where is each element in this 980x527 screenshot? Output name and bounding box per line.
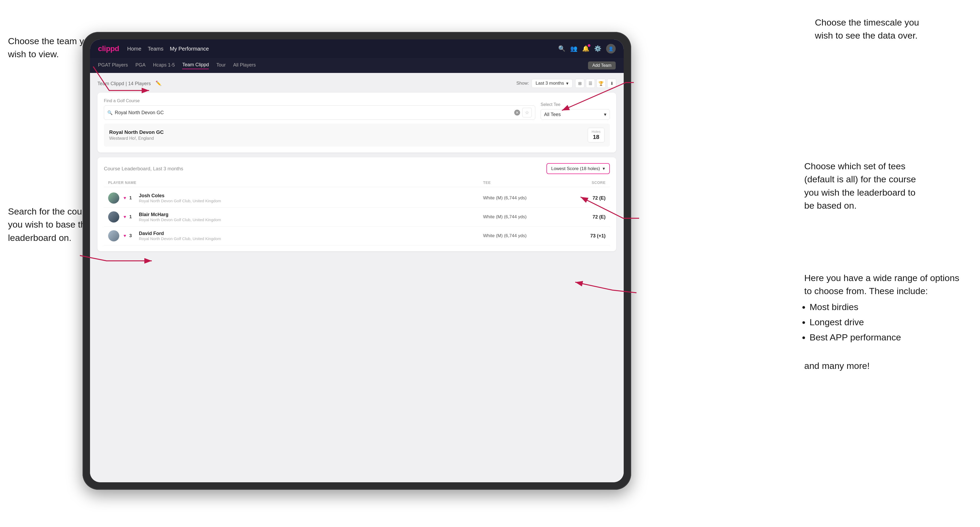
nav-home[interactable]: Home [127, 46, 141, 52]
score-2: 72 (E) [558, 214, 606, 220]
team-header: Team Clippd | 14 Players ✏️ Show: Last 3… [97, 79, 616, 88]
course-search-input[interactable] [115, 110, 512, 116]
player-info-2: Blair McHarg Royal North Devon Golf Club… [139, 212, 221, 222]
team-player-count: | 14 Players [126, 81, 151, 86]
player-heart-1: ♥ [124, 195, 126, 200]
course-result[interactable]: Royal North Devon GC Westward Ho!, Engla… [104, 124, 610, 147]
holes-label: Holes [592, 130, 600, 133]
download-icon[interactable]: ⬇ [607, 79, 616, 88]
annotation-bl-line3: leaderboard on. [8, 233, 72, 243]
player-name-3: David Ford [139, 231, 221, 237]
tee-3: White (M) (6,744 yds) [483, 233, 558, 238]
annotation-mr-line4: be based on. [804, 200, 857, 211]
tab-tour[interactable]: Tour [216, 62, 226, 69]
leaderboard-card: Course Leaderboard, Last 3 months Lowest… [97, 157, 616, 251]
player-info-1: Josh Coles Royal North Devon Golf Club, … [139, 193, 221, 203]
player-avatar-3 [108, 230, 119, 241]
search-row: Find a Golf Course 🔍 ✕ ☆ Select Tee All … [104, 98, 610, 120]
nav-teams[interactable]: Teams [148, 46, 164, 52]
view-icons: ⊞ ☰ 🏆 ⬇ [575, 79, 616, 88]
player-cell-1: ♥ 1 Josh Coles Royal North Devon Golf Cl… [108, 192, 483, 204]
score-type-dropdown[interactable]: Lowest Score (18 holes) ▾ [546, 163, 610, 174]
tab-team-clippd[interactable]: Team Clippd [182, 62, 209, 69]
tab-pga[interactable]: PGA [135, 62, 145, 69]
bullet-app: Best APP performance [810, 331, 964, 344]
player-cell-3: ♥ 3 David Ford Royal North Devon Golf Cl… [108, 230, 483, 241]
tee-value: All Tees [544, 112, 561, 117]
player-rank-2: 1 [129, 214, 136, 220]
show-label: Show: [516, 81, 529, 86]
avatar[interactable]: 👤 [606, 44, 616, 54]
tab-pgat[interactable]: PGAT Players [98, 62, 128, 69]
search-card: Find a Golf Course 🔍 ✕ ☆ Select Tee All … [97, 93, 616, 152]
time-period-dropdown[interactable]: Last 3 months ▾ [531, 79, 573, 88]
course-name: Royal North Devon GC [109, 129, 164, 135]
bell-icon[interactable]: 🔔 [582, 45, 589, 52]
main-content: Team Clippd | 14 Players ✏️ Show: Last 3… [90, 73, 624, 482]
search-icon[interactable]: 🔍 [558, 45, 565, 52]
annotation-top-left: Choose the team you wish to view. [8, 35, 94, 61]
bullet-drive: Longest drive [810, 316, 964, 329]
annotation-mr-line1: Choose which set of tees [804, 161, 905, 171]
people-icon[interactable]: 👥 [570, 45, 578, 52]
tee-dropdown[interactable]: All Tees ▾ [541, 109, 610, 120]
tablet-frame: clippd Home Teams My Performance 🔍 👥 🔔 ⚙… [83, 32, 631, 490]
table-row: ♥ 3 David Ford Royal North Devon Golf Cl… [104, 227, 610, 245]
tab-all-players[interactable]: All Players [233, 62, 256, 69]
score-1: 72 (E) [558, 195, 606, 201]
favourite-button[interactable]: ☆ [522, 108, 532, 117]
annotation-top-right: Choose the timescale you wish to see the… [815, 16, 964, 42]
search-magnify-icon: 🔍 [107, 110, 113, 115]
dropdown-chevron-icon: ▾ [566, 81, 568, 86]
player-heart-2: ♥ [124, 214, 126, 219]
holes-value: 18 [592, 133, 600, 141]
edit-icon[interactable]: ✏️ [156, 80, 161, 86]
lb-title-text: Course Leaderboard, [104, 166, 152, 171]
holes-badge: Holes 18 [588, 128, 605, 142]
course-info: Royal North Devon GC Westward Ho!, Engla… [109, 129, 164, 141]
player-rank-1: 1 [129, 195, 136, 201]
player-avatar-2 [108, 211, 119, 222]
time-period-value: Last 3 months [536, 81, 564, 86]
team-title: Team Clippd | 14 Players [97, 80, 151, 86]
player-info-3: David Ford Royal North Devon Golf Club, … [139, 231, 221, 241]
tab-bar: PGAT Players PGA Hcaps 1-5 Team Clippd T… [90, 58, 624, 73]
list-view-icon[interactable]: ☰ [586, 79, 595, 88]
tee-2: White (M) (6,744 yds) [483, 214, 558, 220]
annotation-tl-line2: wish to view. [8, 49, 59, 59]
score-3: 73 (+1) [558, 233, 606, 239]
trophy-icon[interactable]: 🏆 [597, 79, 606, 88]
player-cell-2: ♥ 1 Blair McHarg Royal North Devon Golf … [108, 211, 483, 222]
col-player-name: PLAYER NAME [108, 181, 483, 185]
course-search-group: Find a Golf Course 🔍 ✕ ☆ [104, 98, 535, 120]
grid-view-icon[interactable]: ⊞ [575, 79, 584, 88]
lb-period: Last 3 months [153, 166, 183, 171]
leaderboard-columns: PLAYER NAME TEE SCORE [104, 178, 610, 187]
tee-select-group: Select Tee All Tees ▾ [541, 102, 610, 120]
clear-search-button[interactable]: ✕ [514, 110, 520, 116]
course-location: Westward Ho!, England [109, 136, 164, 141]
player-avatar-1 [108, 192, 119, 204]
score-option-value: Lowest Score (18 holes) [551, 166, 600, 171]
nav-my-performance[interactable]: My Performance [170, 46, 209, 52]
annotation-br-intro: Here you have a wide range of options to… [804, 273, 959, 296]
nav-right: 🔍 👥 🔔 ⚙️ 👤 [558, 44, 616, 54]
annotation-mr-line3: you wish the leaderboard to [804, 187, 916, 197]
player-club-1: Royal North Devon Golf Club, United King… [139, 198, 221, 203]
tee-1: White (M) (6,744 yds) [483, 195, 558, 201]
col-score: SCORE [558, 181, 606, 185]
find-course-label: Find a Golf Course [104, 98, 535, 103]
bullet-birdies: Most birdies [810, 300, 964, 314]
search-input-wrapper[interactable]: 🔍 ✕ ☆ [104, 105, 535, 120]
leaderboard-header: Course Leaderboard, Last 3 months Lowest… [104, 163, 610, 174]
player-rank-3: 3 [129, 233, 136, 238]
annotation-tr-line1: Choose the timescale you [815, 17, 919, 27]
annotation-br-outro: and many more! [804, 360, 870, 371]
annotation-bl-line2: you wish to base the [8, 219, 91, 229]
settings-icon[interactable]: ⚙️ [594, 45, 601, 52]
annotation-tr-line2: wish to see the data over. [815, 30, 918, 40]
tab-hcaps[interactable]: Hcaps 1-5 [153, 62, 175, 69]
add-team-button[interactable]: Add Team [588, 62, 616, 70]
tee-select-label: Select Tee [541, 102, 610, 107]
annotation-br-list: Most birdies Longest drive Best APP perf… [810, 300, 964, 344]
